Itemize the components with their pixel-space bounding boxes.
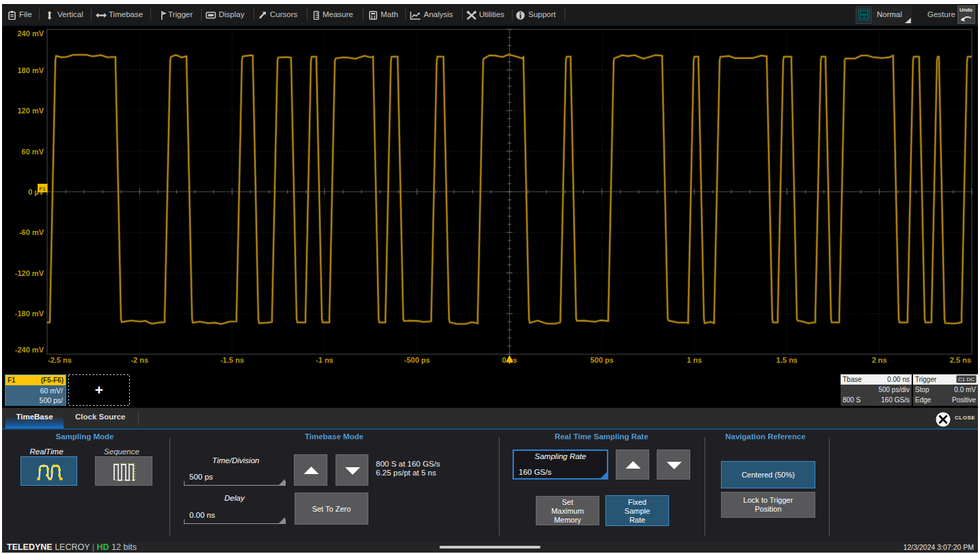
svg-text:-1 ns: -1 ns [316, 356, 334, 364]
svg-text:180 mV: 180 mV [17, 66, 44, 74]
svg-text:2 ns: 2 ns [872, 356, 887, 364]
svg-text:-2.5 ns: -2.5 ns [48, 356, 72, 364]
svg-text:1 ns: 1 ns [687, 356, 702, 364]
svg-text:120 mV: 120 mV [17, 107, 44, 115]
svg-text:-500 ps: -500 ps [404, 356, 430, 364]
svg-text:240 mV: 240 mV [17, 29, 44, 38]
svg-text:60 mV: 60 mV [22, 148, 44, 156]
svg-text:-120 mV: -120 mV [15, 269, 44, 277]
svg-text:F1: F1 [39, 186, 46, 192]
svg-text:1.5 ns: 1.5 ns [776, 356, 798, 364]
svg-text:-180 mV: -180 mV [15, 309, 44, 318]
svg-text:-1.5 ns: -1.5 ns [220, 356, 244, 364]
svg-text:500 ps: 500 ps [590, 356, 614, 364]
svg-text:-240 mV: -240 mV [15, 346, 44, 354]
svg-text:-60 mV: -60 mV [19, 228, 44, 236]
svg-text:2.5 ns: 2.5 ns [950, 356, 971, 364]
svg-text:-2 ns: -2 ns [131, 356, 148, 364]
